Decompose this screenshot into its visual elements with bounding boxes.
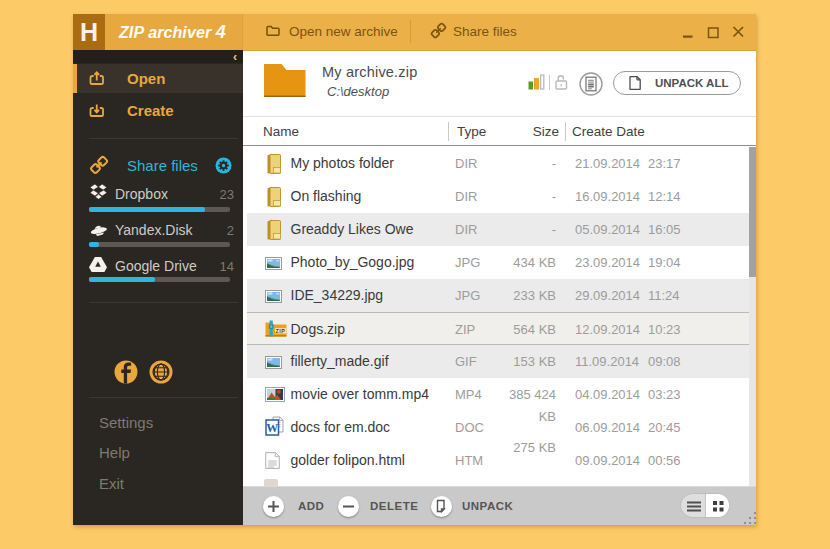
svg-text:W: W [266, 421, 278, 435]
svg-text:ZIP: ZIP [275, 328, 285, 334]
